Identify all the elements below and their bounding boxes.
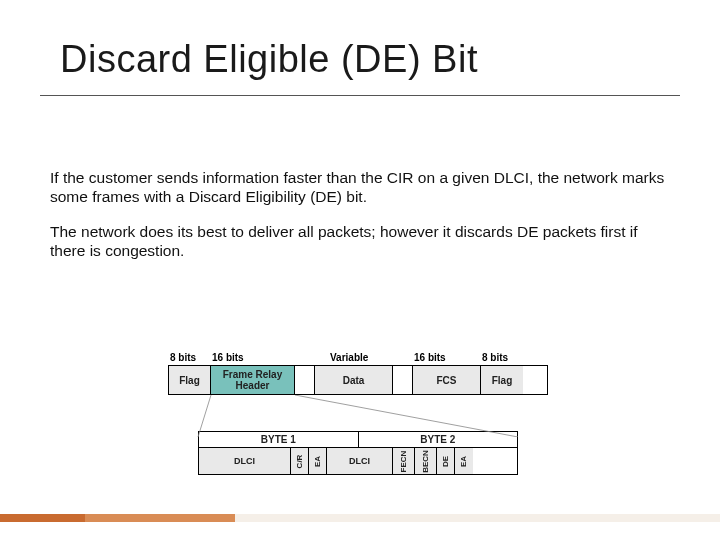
frame-width-labels: 8 bits 16 bits Variable 16 bits 8 bits bbox=[168, 352, 548, 363]
cell-header: Frame Relay Header bbox=[211, 366, 295, 394]
paragraph-2: The network does its best to deliver all… bbox=[50, 222, 670, 261]
width-flag1: 8 bits bbox=[168, 352, 210, 363]
cell-fcs: FCS bbox=[413, 366, 481, 394]
paragraph-1: If the customer sends information faster… bbox=[50, 168, 670, 207]
width-fcs: 16 bits bbox=[412, 352, 480, 363]
width-flag2: 8 bits bbox=[480, 352, 522, 363]
field-ea1: EA bbox=[309, 448, 327, 474]
field-becn: BECN bbox=[415, 448, 437, 474]
width-data: Variable bbox=[328, 352, 412, 363]
slide-title: Discard Eligible (DE) Bit bbox=[60, 38, 478, 81]
width-header: 16 bits bbox=[210, 352, 294, 363]
header-fields-row: DLCI C/R EA DLCI FECN BECN DE EA bbox=[198, 447, 518, 475]
cell-gap-left bbox=[295, 366, 315, 394]
footer-seg-dark bbox=[0, 514, 85, 522]
byte2-label: BYTE 2 bbox=[359, 432, 518, 447]
frame-structure-row: Flag Frame Relay Header Data FCS Flag bbox=[168, 365, 548, 395]
title-underline bbox=[40, 95, 680, 96]
footer-seg-mid bbox=[85, 514, 235, 522]
footer-seg-light bbox=[235, 514, 720, 522]
width-spacer-l bbox=[294, 352, 328, 363]
footer-accent-bar bbox=[0, 514, 720, 522]
field-dlci2: DLCI bbox=[327, 448, 393, 474]
cell-data: Data bbox=[315, 366, 393, 394]
frame-relay-diagram: 8 bits 16 bits Variable 16 bits 8 bits F… bbox=[168, 352, 548, 475]
field-fecn: FECN bbox=[393, 448, 415, 474]
field-dlci1: DLCI bbox=[199, 448, 291, 474]
header-byte-labels: BYTE 1 BYTE 2 bbox=[198, 431, 518, 447]
byte1-label: BYTE 1 bbox=[199, 432, 359, 447]
field-de: DE bbox=[437, 448, 455, 474]
cell-flag1: Flag bbox=[169, 366, 211, 394]
field-ea2: EA bbox=[455, 448, 473, 474]
cell-gap-right bbox=[393, 366, 413, 394]
field-cr: C/R bbox=[291, 448, 309, 474]
cell-flag2: Flag bbox=[481, 366, 523, 394]
